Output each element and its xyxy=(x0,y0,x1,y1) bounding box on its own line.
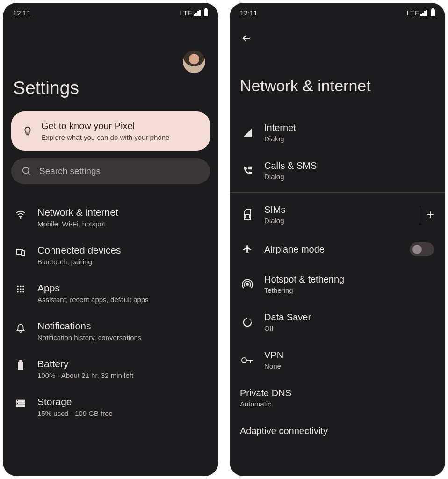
svg-point-24 xyxy=(242,358,246,363)
network-label: LTE xyxy=(407,9,419,17)
item-title: Storage xyxy=(37,396,113,407)
item-subtitle: Automatic xyxy=(240,400,291,408)
net-item-hotspot[interactable]: Hotspot & tetheringTethering xyxy=(238,265,437,303)
search-icon xyxy=(22,166,32,176)
item-subtitle: Mobile, Wi-Fi, hotspot xyxy=(37,220,118,228)
status-indicators: LTE xyxy=(180,9,208,17)
settings-item-storage[interactable]: Storage15% used - 109 GB free xyxy=(11,388,210,426)
svg-point-18 xyxy=(17,400,18,401)
item-title: Internet xyxy=(264,123,296,133)
battery-icon xyxy=(204,9,208,16)
settings-item-notifications[interactable]: NotificationsNotification history, conve… xyxy=(11,312,210,350)
svg-point-19 xyxy=(17,403,18,404)
back-button[interactable] xyxy=(241,33,434,44)
search-input[interactable]: Search settings xyxy=(11,158,210,184)
airplane-toggle[interactable] xyxy=(410,242,434,256)
net-item-vpn[interactable]: VPNNone xyxy=(238,341,437,379)
page-title: Settings xyxy=(13,78,208,98)
hotspot-icon xyxy=(241,279,254,290)
svg-point-0 xyxy=(23,167,29,174)
item-title: Airplane mode xyxy=(264,244,325,255)
svg-point-10 xyxy=(17,291,19,292)
svg-point-12 xyxy=(22,291,24,292)
svg-point-8 xyxy=(20,288,21,290)
item-title: Private DNS xyxy=(240,388,291,399)
divider xyxy=(230,192,445,193)
item-title: Hotspot & tethering xyxy=(264,274,344,285)
item-title: VPN xyxy=(264,350,283,361)
item-subtitle: Dialog xyxy=(264,173,317,181)
net-item-calls[interactable]: Calls & SMSDialog xyxy=(238,152,437,189)
sim-icon xyxy=(241,209,254,220)
item-title: Calls & SMS xyxy=(264,160,317,171)
net-item-sims[interactable]: SIMsDialog + xyxy=(238,196,437,233)
status-time: 12:11 xyxy=(240,9,258,17)
settings-item-devices[interactable]: Connected devicesBluetooth, pairing xyxy=(11,236,210,274)
item-subtitle: Dialog xyxy=(264,135,296,143)
net-item-airplane[interactable]: Airplane mode xyxy=(238,233,437,265)
net-item-internet[interactable]: InternetDialog xyxy=(238,114,437,152)
svg-point-20 xyxy=(17,406,18,406)
settings-item-battery[interactable]: Battery100% - About 21 hr, 32 min left xyxy=(11,350,210,388)
vpn-icon xyxy=(241,356,254,364)
svg-rect-21 xyxy=(248,166,252,169)
item-subtitle: Dialog xyxy=(264,217,286,225)
item-subtitle: Assistant, recent apps, default apps xyxy=(37,296,149,304)
item-subtitle: Bluetooth, pairing xyxy=(37,258,121,266)
datasaver-icon xyxy=(241,317,254,327)
status-bar: 12:11 LTE xyxy=(230,3,445,22)
item-title: Apps xyxy=(37,283,149,294)
signal-icon xyxy=(241,128,254,138)
settings-screen: 12:11 LTE Settings Get to know your Pixe… xyxy=(3,3,218,476)
battery-icon xyxy=(431,9,435,16)
item-title: Notifications xyxy=(37,320,141,332)
promo-title: Get to know your Pixel xyxy=(41,121,169,131)
signal-icon xyxy=(420,9,427,16)
item-title: Battery xyxy=(37,358,133,370)
svg-point-4 xyxy=(17,286,19,287)
item-title: Adaptive connectivity xyxy=(240,426,328,436)
lightbulb-icon xyxy=(22,126,33,136)
net-item-adaptive[interactable]: Adaptive connectivity xyxy=(238,417,437,445)
item-subtitle: 100% - About 21 hr, 32 min left xyxy=(37,371,133,379)
promo-card[interactable]: Get to know your Pixel Explore what you … xyxy=(11,111,210,151)
devices-icon xyxy=(14,245,27,258)
battery-icon xyxy=(14,358,27,370)
svg-rect-13 xyxy=(18,362,23,370)
add-sim-button[interactable]: + xyxy=(427,207,434,222)
page-title: Network & internet xyxy=(240,77,435,95)
status-indicators: LTE xyxy=(407,9,435,17)
svg-point-9 xyxy=(22,288,24,290)
search-placeholder: Search settings xyxy=(39,166,101,176)
svg-point-7 xyxy=(17,288,19,290)
avatar[interactable] xyxy=(183,51,205,73)
svg-rect-3 xyxy=(22,251,25,256)
settings-item-apps[interactable]: AppsAssistant, recent apps, default apps xyxy=(11,274,210,312)
net-item-dns[interactable]: Private DNSAutomatic xyxy=(238,379,437,417)
status-bar: 12:11 LTE xyxy=(3,3,218,22)
promo-subtitle: Explore what you can do with your phone xyxy=(41,133,169,141)
svg-point-11 xyxy=(20,291,21,292)
svg-point-6 xyxy=(22,286,24,287)
status-time: 12:11 xyxy=(13,9,31,17)
callsms-icon xyxy=(241,166,254,176)
item-subtitle: Tethering xyxy=(264,286,344,294)
svg-point-1 xyxy=(20,218,21,218)
settings-list: Network & internetMobile, Wi-Fi, hotspot… xyxy=(11,198,210,426)
divider xyxy=(420,206,420,223)
bell-icon xyxy=(14,320,27,333)
apps-icon xyxy=(14,283,27,294)
item-subtitle: None xyxy=(264,362,283,370)
settings-item-network[interactable]: Network & internetMobile, Wi-Fi, hotspot xyxy=(11,198,210,236)
airplane-icon xyxy=(241,244,254,254)
item-title: Network & internet xyxy=(37,207,118,218)
network-list: InternetDialog Calls & SMSDialog SIMsDia… xyxy=(238,114,437,445)
network-screen: 12:11 LTE Network & internet InternetDia… xyxy=(230,3,445,476)
storage-icon xyxy=(14,396,27,408)
wifi-icon xyxy=(14,207,27,220)
item-title: Data Saver xyxy=(264,312,311,323)
network-label: LTE xyxy=(180,9,192,17)
svg-rect-14 xyxy=(19,360,22,362)
item-subtitle: 15% used - 109 GB free xyxy=(37,409,113,417)
net-item-datasaver[interactable]: Data SaverOff xyxy=(238,303,437,341)
